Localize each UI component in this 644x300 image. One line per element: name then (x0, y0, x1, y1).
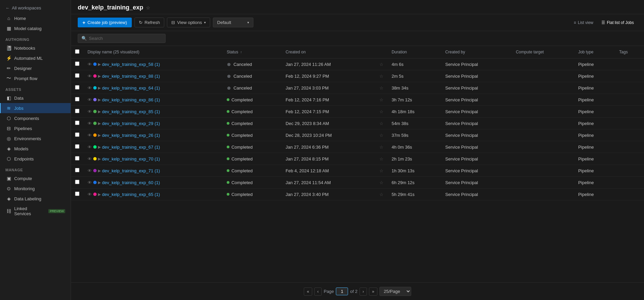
row-checkbox[interactable] (75, 180, 79, 184)
row-eye-icon[interactable]: 👁 (88, 74, 92, 79)
row-eye-icon[interactable]: 👁 (88, 85, 92, 91)
row-star-icon[interactable]: ☆ (379, 74, 383, 79)
row-star-icon[interactable]: ☆ (379, 97, 383, 102)
row-expand-icon[interactable]: ▶ (98, 192, 101, 197)
sidebar-item-prompt-flow[interactable]: 〜 Prompt flow (0, 73, 71, 83)
row-checkbox[interactable] (75, 132, 79, 137)
row-expand-icon[interactable]: ▶ (98, 180, 101, 185)
row-checkbox[interactable] (75, 85, 79, 90)
col-created-by[interactable]: Created by (441, 46, 512, 58)
row-expand-icon[interactable]: ▶ (98, 145, 101, 149)
row-star-icon[interactable]: ☆ (379, 109, 383, 114)
row-checkbox[interactable] (75, 192, 79, 196)
sidebar-item-pipelines[interactable]: ⊟ Pipelines (0, 123, 71, 133)
row-expand-icon[interactable]: ▶ (98, 62, 101, 67)
row-eye-icon[interactable]: 👁 (88, 109, 92, 114)
sidebar-item-environments[interactable]: ◎ Environments (0, 133, 71, 144)
row-expand-icon[interactable]: ▶ (98, 98, 101, 102)
col-created-on[interactable]: Created on (281, 46, 375, 58)
job-name-link[interactable]: dev_kelp_training_exp_70 (1) (102, 156, 160, 161)
next-page-button[interactable]: › (360, 288, 367, 296)
sidebar-item-linked-services[interactable]: ⛓ Linked Services PREVIEW (0, 204, 71, 219)
flat-list-button[interactable]: ☰ Flat list of Jobs (598, 19, 637, 27)
sidebar-item-automated-ml[interactable]: ⚡ Automated ML (0, 53, 71, 63)
search-input-wrap[interactable]: 🔍 (78, 34, 166, 43)
row-eye-icon[interactable]: 👁 (88, 97, 92, 102)
sidebar-item-components[interactable]: ⬡ Components (0, 113, 71, 123)
row-eye-icon[interactable]: 👁 (88, 192, 92, 197)
job-name-link[interactable]: dev_kelp_training_exp_71 (1) (102, 168, 160, 173)
back-to-workspaces[interactable]: ← All workspaces (0, 3, 71, 13)
row-checkbox[interactable] (75, 109, 79, 113)
default-dropdown[interactable]: Default ▾ (213, 18, 253, 27)
row-star-icon[interactable]: ☆ (379, 121, 383, 126)
sidebar-item-compute[interactable]: ▣ Compute (0, 173, 71, 183)
row-star-icon[interactable]: ☆ (379, 62, 383, 67)
sidebar-item-data[interactable]: ◧ Data (0, 93, 71, 103)
sidebar-item-home[interactable]: ⌂ Home (0, 13, 71, 23)
row-expand-icon[interactable]: ▶ (98, 157, 101, 161)
per-page-select[interactable]: 10/Page 25/Page 50/Page 100/Page (379, 287, 411, 296)
row-eye-icon[interactable]: 👁 (88, 121, 92, 126)
sidebar-item-models[interactable]: ◈ Models (0, 144, 71, 154)
row-star-icon[interactable]: ☆ (379, 156, 383, 161)
list-view-button[interactable]: ≡ List view (570, 19, 597, 27)
row-expand-icon[interactable]: ▶ (98, 169, 101, 173)
col-tags[interactable]: Tags (615, 46, 644, 58)
job-name-link[interactable]: dev_kelp_training_exp_58 (1) (102, 62, 160, 67)
row-star-icon[interactable]: ☆ (379, 133, 383, 138)
row-eye-icon[interactable]: 👁 (88, 156, 92, 161)
page-number-input[interactable] (336, 288, 348, 295)
sidebar-item-designer[interactable]: ✏ Designer (0, 63, 71, 73)
select-all-checkbox[interactable] (75, 49, 79, 54)
row-checkbox[interactable] (75, 121, 79, 125)
first-page-button[interactable]: « (304, 288, 312, 296)
job-name-link[interactable]: dev_kelp_training_exp_29 (1) (102, 121, 160, 126)
job-name-link[interactable]: dev_kelp_training_exp_86 (1) (102, 97, 160, 102)
col-status[interactable]: Status ↑ (223, 46, 281, 58)
sidebar-item-endpoints[interactable]: ⬡ Endpoints (0, 154, 71, 164)
row-expand-icon[interactable]: ▶ (98, 121, 101, 126)
job-name-link[interactable]: dev_kelp_training_exp_85 (1) (102, 109, 160, 114)
row-eye-icon[interactable]: 👁 (88, 145, 92, 150)
sidebar-item-model-catalog[interactable]: ▦ Model catalog (0, 23, 71, 33)
job-name-link[interactable]: dev_kelp_training_exp_67 (1) (102, 145, 160, 150)
row-checkbox[interactable] (75, 73, 79, 78)
row-checkbox[interactable] (75, 97, 79, 101)
search-input[interactable] (89, 36, 162, 41)
job-name-link[interactable]: dev_kelp_training_exp_26 (1) (102, 133, 160, 138)
row-eye-icon[interactable]: 👁 (88, 180, 92, 185)
create-job-button[interactable]: + Create job (preview) (78, 18, 132, 27)
row-expand-icon[interactable]: ▶ (98, 86, 101, 90)
row-checkbox[interactable] (75, 168, 79, 172)
prev-page-button[interactable]: ‹ (314, 288, 322, 296)
refresh-button[interactable]: ↻ Refresh (134, 18, 165, 27)
row-checkbox[interactable] (75, 61, 79, 66)
row-expand-icon[interactable]: ▶ (98, 133, 101, 138)
job-name-link[interactable]: dev_kelp_training_exp_88 (1) (102, 74, 160, 79)
col-display-name[interactable]: Display name (25 visualized) (83, 46, 223, 58)
job-name-link[interactable]: dev_kelp_training_exp_60 (1) (102, 180, 160, 185)
row-checkbox[interactable] (75, 156, 79, 160)
row-eye-icon[interactable]: 👁 (88, 62, 92, 67)
job-name-link[interactable]: dev_kelp_training_exp_64 (1) (102, 85, 160, 91)
col-job-type[interactable]: Job type (574, 46, 615, 58)
row-expand-icon[interactable]: ▶ (98, 74, 101, 78)
view-options-button[interactable]: ⊟ View options ▾ (167, 18, 210, 27)
row-eye-icon[interactable]: 👁 (88, 133, 92, 138)
row-star-icon[interactable]: ☆ (379, 180, 383, 185)
sidebar-item-jobs[interactable]: ≋ Jobs (0, 103, 71, 113)
sidebar-item-data-labeling[interactable]: ◈ Data Labeling (0, 194, 71, 204)
row-star-icon[interactable]: ☆ (379, 168, 383, 173)
col-duration[interactable]: Duration (388, 46, 441, 58)
col-compute-target[interactable]: Compute target (512, 46, 574, 58)
row-eye-icon[interactable]: 👁 (88, 168, 92, 173)
sidebar-item-monitoring[interactable]: ⊙ Monitoring (0, 183, 71, 194)
row-expand-icon[interactable]: ▶ (98, 109, 101, 114)
row-star-icon[interactable]: ☆ (379, 85, 383, 91)
favorite-star-icon[interactable]: ☆ (146, 5, 150, 10)
sidebar-item-notebooks[interactable]: 📓 Notebooks (0, 43, 71, 53)
row-star-icon[interactable]: ☆ (379, 145, 383, 150)
job-name-link[interactable]: dev_kelp_training_exp_65 (1) (102, 192, 160, 197)
row-star-icon[interactable]: ☆ (379, 192, 383, 197)
